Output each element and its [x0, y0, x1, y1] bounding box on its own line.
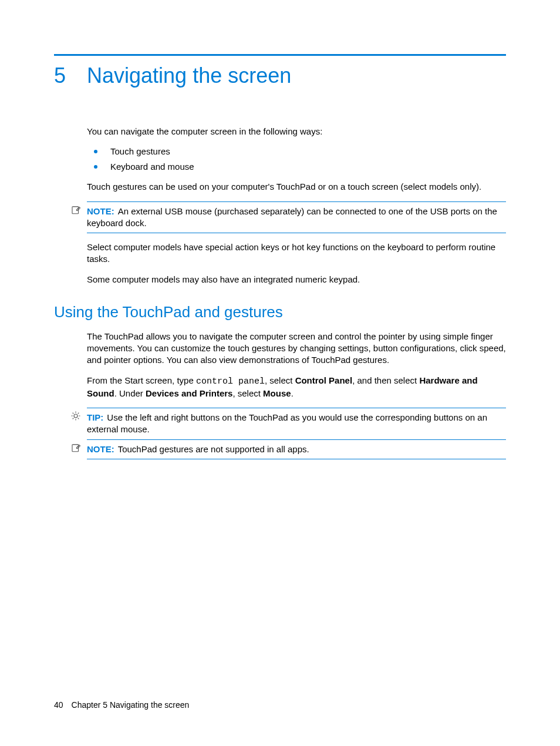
body-content: You can navigate the computer screen in … — [87, 126, 506, 459]
tip-text: Use the left and right buttons on the To… — [87, 412, 487, 434]
paragraph-actionkeys: Select computer models have special acti… — [87, 241, 506, 266]
note-text: TouchPad gestures are not supported in a… — [118, 444, 309, 454]
svg-point-1 — [74, 414, 77, 418]
ui-term: Devices and Printers — [146, 388, 232, 398]
chapter-title: Navigating the screen — [87, 62, 291, 90]
tip-icon — [70, 411, 81, 424]
intro-bullets: Touch gestures Keyboard and mouse — [87, 146, 506, 173]
text: . Under — [114, 388, 146, 398]
footer-text: Chapter 5 Navigating the screen — [72, 700, 190, 710]
code-text: control panel — [196, 377, 265, 387]
note-icon — [70, 442, 81, 456]
tip-label: TIP: — [87, 412, 103, 422]
tip-callout: TIP:Use the left and right buttons on th… — [87, 408, 506, 439]
list-item: Keyboard and mouse — [87, 161, 506, 173]
note-text: An external USB mouse (purchased separat… — [87, 206, 497, 228]
page-number: 40 — [54, 700, 63, 710]
text: From the Start screen, type — [87, 375, 196, 385]
note-callout: NOTE:TouchPad gestures are not supported… — [87, 439, 506, 459]
note-icon — [70, 204, 81, 218]
intro-after: Touch gestures can be used on your compu… — [87, 181, 506, 193]
ui-term: Mouse — [263, 388, 291, 398]
text: , select — [232, 388, 263, 398]
note-label: NOTE: — [87, 444, 114, 454]
ui-term: Control Panel — [295, 375, 353, 385]
svg-rect-2 — [72, 444, 79, 451]
text: , and then select — [352, 375, 419, 385]
intro-lead: You can navigate the computer screen in … — [87, 126, 506, 137]
list-item: Touch gestures — [87, 146, 506, 157]
svg-rect-0 — [72, 206, 79, 213]
top-rule — [54, 54, 506, 56]
text: , select — [265, 375, 295, 385]
note-callout: NOTE:An external USB mouse (purchased se… — [87, 201, 506, 234]
section2-p1: The TouchPad allows you to navigate the … — [87, 331, 506, 367]
note-label: NOTE: — [87, 206, 114, 216]
document-page: 5 Navigating the screen You can navigate… — [0, 0, 560, 746]
section2-p2: From the Start screen, type control pane… — [87, 375, 506, 400]
page-footer: 40Chapter 5 Navigating the screen — [54, 700, 189, 711]
section-heading: Using the TouchPad and gestures — [54, 302, 506, 322]
chapter-heading: 5 Navigating the screen — [54, 62, 506, 90]
paragraph-keypad: Some computer models may also have an in… — [87, 274, 506, 285]
chapter-number: 5 — [54, 62, 66, 90]
text: . — [291, 388, 294, 398]
